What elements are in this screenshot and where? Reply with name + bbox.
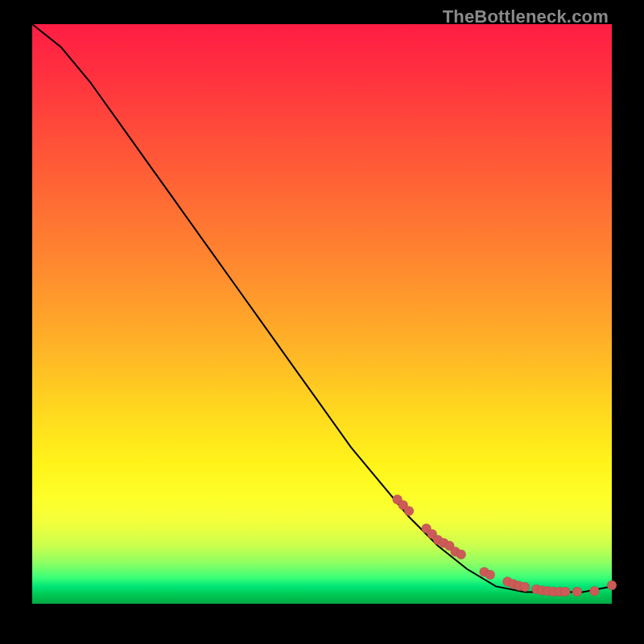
data-point: [485, 570, 495, 580]
data-point: [589, 586, 599, 596]
scatter-points: [393, 494, 617, 597]
data-point: [607, 580, 617, 590]
data-point: [560, 587, 570, 597]
data-point: [404, 506, 414, 516]
plot-area: [32, 24, 612, 604]
chart-overlay: [32, 24, 612, 604]
data-point: [520, 582, 530, 592]
data-point: [456, 550, 466, 559]
chart-frame: TheBottleneck.com: [0, 0, 644, 644]
bottleneck-curve: [32, 24, 612, 592]
data-point: [572, 587, 582, 597]
